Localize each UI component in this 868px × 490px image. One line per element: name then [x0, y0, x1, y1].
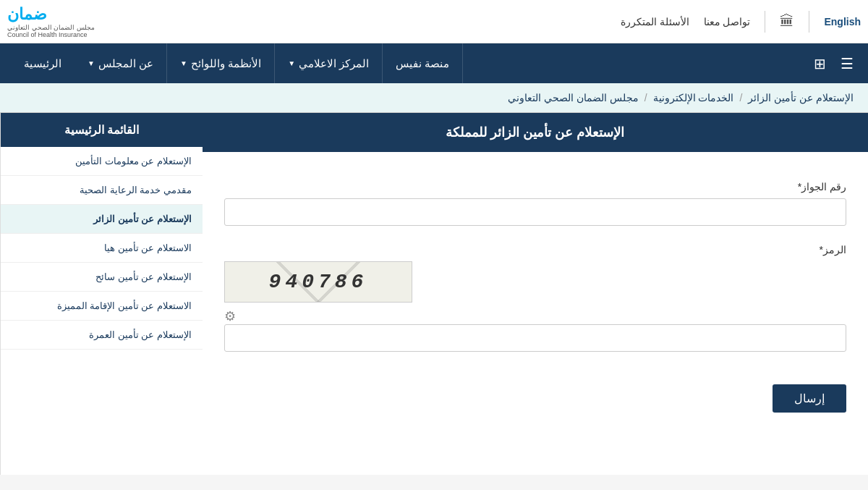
form-title: الإستعلام عن تأمين الزائر للمملكة: [203, 113, 868, 152]
logo: ضمان مجلس الضمان الصحي التعاوني Council …: [7, 5, 95, 38]
submit-button[interactable]: إرسال: [773, 384, 846, 413]
english-link[interactable]: English: [824, 16, 861, 28]
captcha-label: الرمز*: [224, 244, 846, 255]
sidebar-item-visitor-insurance[interactable]: الإستعلام عن تأمين الزائر: [1, 205, 203, 234]
captcha-container: 940786 ⚙: [224, 261, 846, 352]
passport-input[interactable]: [224, 198, 846, 226]
captcha-refresh-icon[interactable]: ⚙: [224, 308, 846, 324]
nav-item-council[interactable]: عن المجلس▼: [75, 43, 167, 83]
logo-text-ar: ضمان: [7, 5, 47, 24]
nav-item-regulations[interactable]: الأنظمة واللوائح▼: [167, 43, 275, 83]
breadcrumb-item2[interactable]: الخدمات الإلكترونية: [653, 92, 734, 104]
main-nav: ☰ ⊞ منصة نفيس المركز الاعلامي▼ الأنظمة و…: [0, 43, 868, 83]
sidebar-item-tourist-insurance[interactable]: الإستعلام عن تأمين سائح: [1, 263, 203, 292]
sidebar-item-haya-insurance[interactable]: الاستعلام عن تأمين هيا: [1, 234, 203, 263]
nav-item-nafis[interactable]: منصة نفيس: [383, 43, 463, 83]
faq-link[interactable]: الأسئلة المتكررة: [621, 16, 689, 28]
divider: [809, 11, 809, 33]
breadcrumb-item3[interactable]: الإستعلام عن تأمين الزائر: [748, 92, 854, 104]
separator1: /: [739, 92, 742, 104]
contact-link[interactable]: تواصل معنا: [704, 16, 751, 28]
form-body: رقم الجواز* الرمز* 940786 ⚙ إرسال: [203, 166, 868, 427]
main-layout: الإستعلام عن تأمين الزائر للمملكة رقم ال…: [0, 113, 868, 475]
content-area: الإستعلام عن تأمين الزائر للمملكة رقم ال…: [203, 113, 868, 475]
captcha-input[interactable]: [224, 324, 846, 352]
org-icon: 🏛: [780, 13, 794, 30]
sidebar-item-insurance-info[interactable]: الإستعلام عن معلومات التأمين: [1, 147, 203, 176]
passport-label: رقم الجواز*: [224, 181, 846, 193]
sidebar-title: القائمة الرئيسية: [1, 113, 203, 147]
logo-sub2: Council of Health Insurance: [7, 31, 88, 38]
sidebar-item-premium-residence[interactable]: الاستعلام عن تأمين الإقامة المميزة: [1, 292, 203, 321]
divider2: [765, 11, 765, 33]
sidebar-menu: الإستعلام عن معلومات التأمين مقدمي خدمة …: [1, 147, 203, 350]
sidebar-item-healthcare[interactable]: مقدمي خدمة الرعاية الصحية: [1, 176, 203, 205]
sidebar-item-umrah-insurance[interactable]: الإستعلام عن تأمين العمرة: [1, 321, 203, 350]
captcha-image: 940786: [224, 261, 412, 303]
breadcrumb: الإستعلام عن تأمين الزائر / الخدمات الإل…: [0, 83, 868, 113]
nav-item-media[interactable]: المركز الاعلامي▼: [275, 43, 383, 83]
nav-item-home[interactable]: الرئيسية: [11, 43, 75, 83]
list-icon[interactable]: ☰: [837, 51, 857, 76]
sidebar: القائمة الرئيسية الإستعلام عن معلومات ال…: [0, 113, 203, 475]
nav-icons: ☰ ⊞: [810, 51, 857, 76]
logo-sub1: مجلس الضمان الصحي التعاوني: [7, 24, 95, 31]
passport-group: رقم الجواز*: [224, 181, 846, 226]
top-bar: English 🏛 تواصل معنا الأسئلة المتكررة ضم…: [0, 0, 868, 43]
captcha-group: الرمز* 940786 ⚙: [224, 244, 846, 352]
grid-icon[interactable]: ⊞: [810, 51, 830, 76]
top-bar-right: English 🏛 تواصل معنا الأسئلة المتكررة: [621, 11, 861, 33]
breadcrumb-item1[interactable]: مجلس الضمان الصحي التعاوني: [508, 92, 639, 104]
separator2: /: [644, 92, 647, 104]
nav-links: منصة نفيس المركز الاعلامي▼ الأنظمة واللو…: [11, 43, 463, 83]
